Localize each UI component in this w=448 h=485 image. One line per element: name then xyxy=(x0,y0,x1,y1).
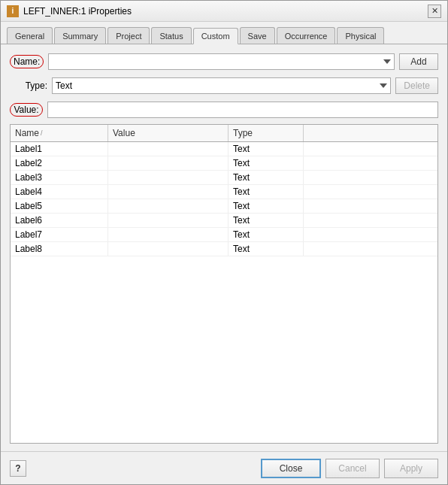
cell-extra xyxy=(304,242,437,256)
footer: ? Close Cancel Apply xyxy=(1,451,447,484)
content-area: Name: Add Type: Text Delete Value: xyxy=(1,44,447,451)
cell-value xyxy=(108,228,229,241)
tab-physical[interactable]: Physical xyxy=(337,27,384,44)
cell-name: Label2 xyxy=(11,156,108,170)
cell-name: Label5 xyxy=(11,199,108,213)
cell-name: Label8 xyxy=(11,242,108,256)
properties-table: Name / Value Type Label1 Text Label2 Tex… xyxy=(10,124,438,444)
footer-left: ? xyxy=(10,460,26,477)
tabs-bar: General Summary Project Status Custom Sa… xyxy=(1,22,447,44)
tab-save[interactable]: Save xyxy=(240,27,275,44)
cell-value xyxy=(108,242,229,256)
cell-type: Text xyxy=(229,142,304,156)
cell-type: Text xyxy=(229,171,304,184)
table-row[interactable]: Label6 Text xyxy=(11,214,437,228)
cell-type: Text xyxy=(229,156,304,170)
name-input-wrap xyxy=(48,53,395,70)
table-row[interactable]: Label1 Text xyxy=(11,142,437,156)
cell-extra xyxy=(304,142,437,156)
close-icon[interactable]: ✕ xyxy=(428,5,441,18)
footer-buttons: Close Cancel Apply xyxy=(261,459,438,478)
type-label: Type: xyxy=(10,80,47,91)
help-button[interactable]: ? xyxy=(10,460,26,477)
name-select[interactable] xyxy=(48,53,395,70)
cell-extra xyxy=(304,228,437,241)
apply-button[interactable]: Apply xyxy=(384,459,438,478)
cell-value xyxy=(108,185,229,199)
cell-value xyxy=(108,171,229,184)
table-row[interactable]: Label4 Text xyxy=(11,185,437,199)
title-bar-left: i LEFT_INNER:1 iProperties xyxy=(7,5,132,17)
table-row[interactable]: Label3 Text xyxy=(11,171,437,185)
tab-summary[interactable]: Summary xyxy=(54,27,106,44)
tab-general[interactable]: General xyxy=(7,27,53,44)
add-button[interactable]: Add xyxy=(399,53,438,70)
name-row: Name: Add xyxy=(10,52,438,71)
tab-custom[interactable]: Custom xyxy=(193,28,238,44)
cell-name: Label7 xyxy=(11,228,108,241)
table-row[interactable]: Label5 Text xyxy=(11,199,437,214)
cell-name: Label4 xyxy=(11,185,108,199)
title-bar: i LEFT_INNER:1 iProperties ✕ xyxy=(1,1,447,22)
cell-type: Text xyxy=(229,199,304,213)
cancel-button[interactable]: Cancel xyxy=(325,459,380,478)
table-row[interactable]: Label7 Text xyxy=(11,228,437,242)
window-title: LEFT_INNER:1 iProperties xyxy=(23,6,132,17)
cell-value xyxy=(108,214,229,227)
col-extra-header xyxy=(304,125,437,141)
value-label: Value: xyxy=(10,103,43,117)
sort-icon: / xyxy=(41,129,43,137)
col-value-header: Value xyxy=(108,125,229,141)
name-label: Name: xyxy=(10,55,44,68)
cell-extra xyxy=(304,185,437,199)
cell-type: Text xyxy=(229,185,304,199)
main-window: i LEFT_INNER:1 iProperties ✕ General Sum… xyxy=(0,0,448,485)
cell-value xyxy=(108,156,229,170)
value-row: Value: xyxy=(10,100,438,120)
type-input-wrap: Text xyxy=(52,77,391,94)
cell-value xyxy=(108,199,229,213)
table-header: Name / Value Type xyxy=(11,125,437,142)
col-name-header: Name / xyxy=(11,125,108,141)
cell-name: Label1 xyxy=(11,142,108,156)
table-row[interactable]: Label8 Text xyxy=(11,242,437,256)
table-body: Label1 Text Label2 Text Label3 Text Labe… xyxy=(11,142,437,443)
col-type-header: Type xyxy=(229,125,304,141)
cell-name: Label3 xyxy=(11,171,108,184)
tab-project[interactable]: Project xyxy=(107,27,150,44)
value-input-wrap xyxy=(47,102,438,118)
cell-name: Label6 xyxy=(11,214,108,227)
close-button[interactable]: Close xyxy=(261,459,321,478)
app-icon: i xyxy=(7,5,19,17)
cell-extra xyxy=(304,214,437,227)
cell-extra xyxy=(304,156,437,170)
cell-type: Text xyxy=(229,228,304,241)
cell-extra xyxy=(304,171,437,184)
type-row: Type: Text Delete xyxy=(10,76,438,95)
delete-button[interactable]: Delete xyxy=(395,77,438,94)
cell-type: Text xyxy=(229,214,304,227)
tab-occurrence[interactable]: Occurrence xyxy=(277,27,336,44)
type-select[interactable]: Text xyxy=(52,77,391,94)
cell-extra xyxy=(304,199,437,213)
cell-value xyxy=(108,142,229,156)
tab-status[interactable]: Status xyxy=(151,27,191,44)
cell-type: Text xyxy=(229,242,304,256)
value-input[interactable] xyxy=(47,102,438,118)
table-row[interactable]: Label2 Text xyxy=(11,156,437,171)
